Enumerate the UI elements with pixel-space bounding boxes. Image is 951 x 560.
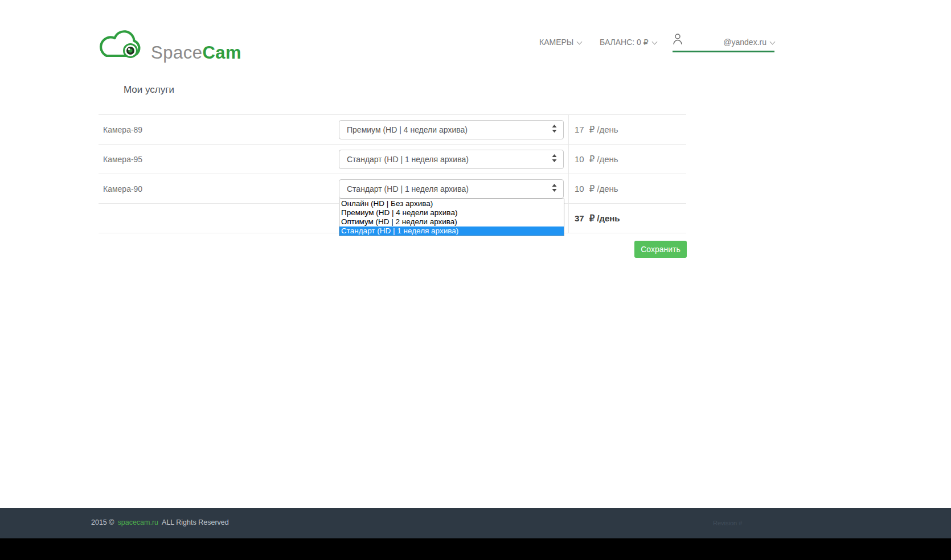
plan-cell: Стандарт (HD | 1 неделя архива) <box>339 145 568 174</box>
select-updown-arrows-icon <box>552 184 557 193</box>
plan-select[interactable]: Стандарт (HD | 1 неделя архива) <box>339 150 564 169</box>
select-updown-arrows-icon <box>552 125 557 134</box>
chevron-down-icon <box>651 39 657 45</box>
plan-select[interactable]: Премиум (HD | 4 недели архива) <box>339 120 564 139</box>
dropdown-option-premium[interactable]: Премиум (HD | 4 недели архива) <box>339 208 564 217</box>
price-unit: /день <box>597 125 618 134</box>
ruble-sign: ₽ <box>589 184 595 194</box>
dropdown-option-optimum[interactable]: Оптимум (HD | 2 недели архива) <box>339 217 564 227</box>
total-price-cell: 37 ₽ /день <box>568 204 686 233</box>
table-row-camera-90: Камера-90 Стандарт (HD | 1 неделя архива… <box>99 174 686 204</box>
brand-name: SpaceCam <box>151 44 241 61</box>
ruble-sign: ₽ <box>589 125 595 135</box>
footer: 2015 ©spacecam.ruALL Rights Reserved Rev… <box>0 508 951 538</box>
bottom-black-bar <box>0 538 951 560</box>
plan-select-value: Стандарт (HD | 1 неделя архива) <box>347 184 469 193</box>
brand-name-space: Space <box>151 43 202 63</box>
brand-logo[interactable]: SpaceCam <box>93 25 241 61</box>
account-email: @yandex.ru <box>723 38 774 47</box>
header: SpaceCam КАМЕРЫ БАЛАНС: 0 ₽ @yandex.ru <box>0 0 951 74</box>
camera-name: Камера-90 <box>99 184 339 193</box>
nav-cameras-menu[interactable]: КАМЕРЫ <box>539 38 581 47</box>
price-value: 17 <box>575 125 584 134</box>
plan-select-value: Стандарт (HD | 1 неделя архива) <box>347 155 469 164</box>
dropdown-option-standard-selected[interactable]: Стандарт (HD | 1 неделя архива) <box>339 227 564 236</box>
copyright-rights: ALL Rights Reserved <box>162 518 229 526</box>
plan-select-value: Премиум (HD | 4 недели архива) <box>347 125 468 134</box>
account-menu[interactable]: @yandex.ru <box>673 33 774 52</box>
services-table: Камера-89 Премиум (HD | 4 недели архива)… <box>99 114 686 233</box>
price-unit: /день <box>597 184 618 193</box>
copyright: 2015 ©spacecam.ruALL Rights Reserved <box>91 518 229 526</box>
account-email-label: @yandex.ru <box>723 38 766 47</box>
total-price-value: 37 <box>575 213 584 223</box>
table-row-camera-95: Камера-95 Стандарт (HD | 1 неделя архива… <box>99 145 686 174</box>
plan-select-open[interactable]: Стандарт (HD | 1 неделя архива) <box>339 179 564 199</box>
dropdown-option-online[interactable]: Онлайн (HD | Без архива) <box>339 199 564 208</box>
price-value: 10 <box>575 184 584 193</box>
page-title: Мои услуги <box>124 84 174 96</box>
plan-cell: Стандарт (HD | 1 неделя архива) Онлайн (… <box>339 174 568 203</box>
price-unit: /день <box>597 154 618 164</box>
price-cell: 17 ₽ /день <box>568 115 686 144</box>
select-updown-arrows-icon <box>552 154 557 164</box>
save-button[interactable]: Сохранить <box>634 241 687 258</box>
plan-cell: Премиум (HD | 4 недели архива) <box>339 115 568 144</box>
nav-balance-menu[interactable]: БАЛАНС: 0 ₽ <box>600 38 657 47</box>
ruble-sign: ₽ <box>589 154 595 164</box>
total-price-unit: /день <box>597 213 620 223</box>
cloud-camera-icon <box>93 25 147 61</box>
brand-name-cam: Cam <box>202 43 241 63</box>
camera-name: Камера-95 <box>99 155 339 164</box>
user-icon <box>673 33 683 48</box>
price-cell: 10 ₽ /день <box>568 145 686 174</box>
revision-label: Revision # <box>713 520 742 526</box>
price-cell: 10 ₽ /день <box>568 174 686 203</box>
copyright-year: 2015 © <box>91 518 114 526</box>
footer-site-link[interactable]: spacecam.ru <box>118 518 159 526</box>
table-row-camera-89: Камера-89 Премиум (HD | 4 недели архива)… <box>99 115 686 145</box>
ruble-sign: ₽ <box>589 213 595 224</box>
price-value: 10 <box>575 154 584 164</box>
chevron-down-icon <box>770 39 776 45</box>
nav-cameras-label: КАМЕРЫ <box>539 38 573 47</box>
nav-balance-label: БАЛАНС: 0 ₽ <box>600 38 649 47</box>
camera-name: Камера-89 <box>99 125 339 134</box>
chevron-down-icon <box>577 39 583 45</box>
plan-dropdown-list: Онлайн (HD | Без архива) Премиум (HD | 4… <box>339 199 564 236</box>
